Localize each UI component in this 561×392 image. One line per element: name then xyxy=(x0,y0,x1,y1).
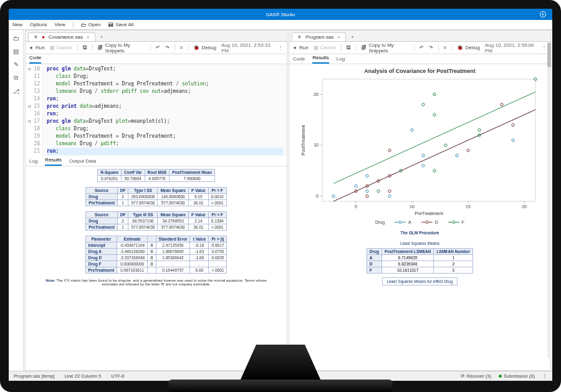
scroll-thumb[interactable] xyxy=(547,42,551,67)
summary-table: R-SquareCoeff VarRoot MSEPostTreatment M… xyxy=(97,169,215,182)
svg-text:10: 10 xyxy=(410,204,415,209)
copy-label: Copy to My Snippets xyxy=(368,42,409,54)
left-results-tabs: Log Results Output Data xyxy=(26,156,287,166)
toolbar-divider xyxy=(341,44,342,51)
svg-point-49 xyxy=(433,93,435,95)
debug-label: Debug xyxy=(465,45,480,50)
toolbar-divider xyxy=(188,44,189,51)
svg-point-19 xyxy=(388,195,390,198)
lsmean-table: DrugPostTreatment LSMEANLSMEAN NumberA6.… xyxy=(367,248,473,274)
menu-divider xyxy=(73,22,74,28)
svg-text:PreTreatment: PreTreatment xyxy=(415,211,443,216)
tab-close-icon[interactable]: × xyxy=(337,34,340,40)
svg-point-26 xyxy=(421,154,424,156)
recover-label: Recover (3) xyxy=(467,373,491,379)
legend-item: F xyxy=(448,220,464,224)
save-all-icon: 🖬 xyxy=(108,22,113,28)
note-body: The X'X matrix has been found to be sing… xyxy=(56,279,266,286)
dirty-indicator: ● xyxy=(42,34,45,40)
svg-point-35 xyxy=(511,123,514,126)
menu-view[interactable]: View xyxy=(55,22,65,27)
format-icon[interactable]: ≡ xyxy=(180,45,183,50)
tab-close-icon[interactable]: × xyxy=(87,34,90,40)
format-icon[interactable]: ≡ xyxy=(444,45,447,50)
subtab-output-data[interactable]: Output Data xyxy=(69,158,96,166)
svg-text:PostTreatment: PostTreatment xyxy=(300,125,306,156)
tab-label: Program.sas xyxy=(305,34,333,40)
copy-snippets-button[interactable]: 🗐 Copy to My Snippets xyxy=(98,42,145,54)
tab-covariance[interactable]: ✳ ● Covariance.sas × xyxy=(28,32,95,41)
menu-saveall-label: Save All xyxy=(115,22,133,27)
right-toolbar: Run ▦ Cancel 🖫 🗐 Copy to My Snippets ↶ ↷… xyxy=(289,42,550,54)
svg-point-20 xyxy=(354,184,357,187)
svg-point-47 xyxy=(433,113,435,116)
save-icon[interactable]: 🖫 xyxy=(346,45,351,50)
legend-item: A xyxy=(395,220,411,224)
status-bar: Program.sas [temp] Line 22 Column 5 UTF-… xyxy=(9,371,552,381)
svg-text:20: 20 xyxy=(314,92,319,97)
svg-text:15: 15 xyxy=(466,204,471,209)
subtab-code[interactable]: Code xyxy=(29,55,41,64)
undo-icon[interactable]: ↶ xyxy=(420,45,424,50)
code-editor[interactable]: ⊟ 10 11 12 13 14⊟ 15 16⊟ 17 18 19 20 21p… xyxy=(26,64,287,156)
new-tab-button[interactable]: + xyxy=(97,33,107,41)
toolbar-overflow-icon[interactable]: ⋮ xyxy=(278,45,283,50)
status-overflow-icon[interactable]: ⋮ xyxy=(542,373,547,379)
subtab-log[interactable]: Log xyxy=(29,158,37,166)
status-submission[interactable]: Submission (0) xyxy=(499,373,535,379)
toolbar-divider xyxy=(150,44,151,51)
svg-point-18 xyxy=(421,165,424,167)
right-file-tabs: ✳ Program.sas × + xyxy=(289,31,550,42)
tasks-icon[interactable]: ⧉ xyxy=(14,74,18,82)
library-icon[interactable]: ▤ xyxy=(13,48,19,55)
redo-icon[interactable]: ↷ xyxy=(165,45,170,50)
subtab-log[interactable]: Log xyxy=(337,56,345,64)
menu-open[interactable]: 🗁Open xyxy=(81,22,101,28)
menu-new[interactable]: New xyxy=(12,22,22,27)
debug-button[interactable]: 🐞 Debug xyxy=(193,45,216,50)
save-icon[interactable]: 🖫 xyxy=(82,45,87,50)
status-encoding: UTF-8 xyxy=(111,373,124,379)
svg-text:20: 20 xyxy=(522,204,527,209)
vertical-scrollbar[interactable] xyxy=(547,42,551,358)
subtab-results[interactable]: Results xyxy=(312,55,329,64)
svg-point-36 xyxy=(388,149,390,151)
debug-button[interactable]: 🐞 Debug xyxy=(457,45,480,50)
snippets-icon[interactable]: ✎ xyxy=(14,61,19,68)
subtab-code[interactable]: Code xyxy=(293,56,305,64)
status-recover[interactable]: ⟳ Recover (3) xyxy=(461,373,491,379)
run-button[interactable]: Run xyxy=(29,45,45,50)
new-tab-button[interactable]: + xyxy=(347,33,358,41)
svg-line-28 xyxy=(333,110,535,201)
git-icon[interactable]: ⎇ xyxy=(12,88,20,95)
toolbar-divider xyxy=(92,44,93,51)
toolbar-overflow-icon[interactable]: ⋮ xyxy=(542,45,547,50)
toolbar-divider xyxy=(414,44,415,51)
results-area: Analysis of Covariance for PostTreatment… xyxy=(289,64,550,370)
lsmeans-effect-button[interactable]: Least Squares Means for effect Drug xyxy=(382,277,457,285)
menu-bar: New Options View 🗁Open 🖬Save All xyxy=(9,20,552,30)
undo-icon[interactable]: ↶ xyxy=(156,45,160,50)
run-button[interactable]: Run xyxy=(293,45,309,50)
toolbar-divider xyxy=(452,44,453,51)
app-title: SAS® Studio xyxy=(266,12,295,17)
svg-point-24 xyxy=(410,128,413,131)
menu-options[interactable]: Options xyxy=(30,22,47,27)
tab-program[interactable]: ✳ Program.sas × xyxy=(292,32,346,41)
submission-label: Submission (0) xyxy=(504,373,535,379)
redo-icon[interactable]: ↷ xyxy=(429,45,433,50)
left-toolbar: Run ▦ Cancel 🖫 🗐 Copy to My Snippets ↶ ↷… xyxy=(26,42,287,54)
svg-point-38 xyxy=(466,149,469,151)
svg-point-42 xyxy=(421,103,424,106)
results-area: R-SquareCoeff VarRoot MSEPostTreatment M… xyxy=(26,166,287,370)
toolbar-divider xyxy=(77,44,78,51)
copy-snippets-button[interactable]: 🗐 Copy to My Snippets xyxy=(362,42,409,54)
run-timestamp: Aug 10, 2021, 2:53:33 PM xyxy=(221,42,273,54)
toolbar-divider xyxy=(438,44,439,51)
files-icon[interactable]: 🗀 xyxy=(13,35,19,42)
user-avatar-icon[interactable]: A xyxy=(540,11,546,17)
subtab-results[interactable]: Results xyxy=(45,157,62,166)
legend-title: Drug xyxy=(375,220,385,224)
menu-save-all[interactable]: 🖬Save All xyxy=(108,22,133,28)
left-pane: ✳ ● Covariance.sas × + Run ▦ Cancel 🖫 🗐 … xyxy=(25,30,287,371)
